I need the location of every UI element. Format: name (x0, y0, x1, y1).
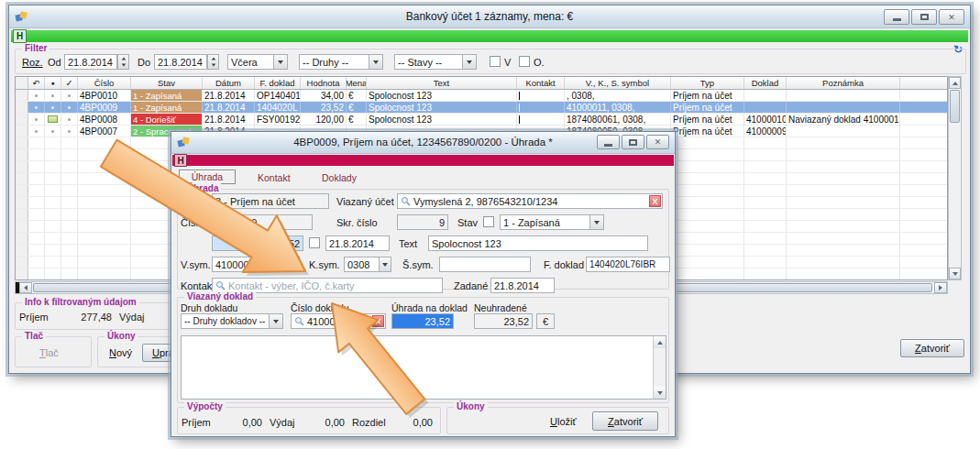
help-button[interactable]: H (13, 29, 27, 43)
close-icon[interactable]: ✕ (939, 9, 964, 25)
hodnota-field[interactable]: 23,52 (212, 235, 303, 251)
undo-icon[interactable]: ↶ (28, 77, 45, 89)
neuhradene-field[interactable]: 23,52 (474, 313, 533, 329)
minimize-icon[interactable] (884, 9, 909, 25)
dlg-rozdiel-label: Rozdiel (352, 417, 386, 428)
table-row-selected[interactable]: 4BP0009 1 - Zapísaná 21.8.2014 1404020L … (16, 102, 947, 114)
cislo-field[interactable]: 4BP0009 (212, 214, 313, 230)
flag-icon[interactable]: ● (45, 77, 61, 89)
header-text[interactable]: Text (367, 77, 517, 89)
help-button[interactable]: H (174, 154, 187, 167)
header-mena[interactable]: Mena (347, 77, 367, 89)
header-vks-symbol[interactable]: V., K., S. symbol (565, 77, 671, 89)
skr-cislo-field[interactable]: 9 (397, 214, 448, 230)
vertical-scrollbar[interactable] (948, 76, 962, 280)
dialog-titlebar[interactable]: 4BP0009, Príjem na účet, 1234567890/0200… (171, 132, 675, 154)
druh-field[interactable]: 3 - Príjem na účet (212, 193, 329, 209)
hodnota-checkbox[interactable] (309, 237, 320, 248)
chevron-down-icon[interactable] (273, 55, 287, 69)
header-stav[interactable]: Stav (131, 77, 203, 89)
header-cislo[interactable]: Číslo (78, 77, 131, 89)
desktop: Bankový účet 1 záznamy, mena: € ✕ H ↻ Fi… (0, 0, 980, 449)
chevron-down-icon[interactable] (269, 314, 282, 328)
header-datum[interactable]: Dátum (203, 77, 255, 89)
o-checkbox[interactable] (519, 56, 530, 67)
date-from-spinner[interactable] (117, 54, 129, 70)
header-doklad[interactable]: Doklad (744, 77, 787, 89)
scroll-left-icon[interactable] (19, 282, 32, 293)
kontakt-placeholder: Kontakt - výber, IČO, č.karty (228, 280, 355, 291)
ksym-select[interactable]: 0308 (344, 257, 391, 272)
kontakt-label: Kontakt (181, 280, 215, 291)
scroll-down-icon[interactable] (949, 268, 961, 279)
money-icon (48, 115, 58, 123)
clear-x-button[interactable]: X (649, 195, 661, 207)
preset-select[interactable]: Včera (227, 54, 288, 70)
stav-label: Stav (457, 217, 478, 228)
textarea-scrollbar[interactable] (653, 336, 666, 399)
scroll-right-icon[interactable] (934, 282, 947, 293)
cislo-dokladu-field[interactable]: 41000011 X (291, 313, 386, 329)
viazany-ucet-field[interactable]: Vymyslená 2, 9876543210/1234 X (397, 193, 663, 209)
check-icon[interactable]: ✓ (61, 77, 78, 89)
stav-checkbox[interactable] (483, 216, 494, 227)
chevron-down-icon[interactable] (369, 55, 382, 69)
detail-textarea[interactable] (181, 335, 666, 400)
text-field[interactable]: Spolocnost 123 (428, 235, 648, 251)
viazany-ucet-label: Viazaný účet (336, 196, 394, 207)
header-hodnota[interactable]: Hodnota (301, 77, 347, 89)
ssym-field[interactable] (439, 257, 531, 272)
chevron-down-icon[interactable] (589, 215, 603, 229)
date-to-spinner[interactable] (207, 54, 219, 70)
datum-field[interactable]: 21.8.2014 (325, 235, 390, 251)
maximize-icon[interactable] (622, 135, 644, 149)
viazany-doklad-group-label: Viazaný doklad (184, 291, 256, 301)
vscroll-thumb[interactable] (950, 90, 960, 123)
close-icon[interactable]: ✕ (646, 135, 669, 149)
header-poznamka[interactable]: Poznámka (787, 77, 900, 89)
ulozit-link[interactable]: Uložiť (550, 416, 577, 427)
tab-kontakt[interactable]: Kontakt (258, 172, 291, 183)
main-titlebar[interactable]: Bankový účet 1 záznamy, mena: € ✕ (9, 5, 970, 28)
status-badge: 1 - Zapísaná (131, 90, 203, 101)
scroll-up-icon[interactable] (654, 336, 666, 348)
text-label: Text (399, 238, 417, 249)
zatvorit-button[interactable]: Zatvoriť (900, 339, 964, 357)
table-row[interactable]: 4BP0010 1 - Zapísaná 21.8.2014 OP140401 … (16, 90, 947, 102)
date-to-input[interactable]: 21.8.2014 (154, 54, 207, 70)
currency-label: € (536, 313, 555, 329)
zadane-field[interactable]: 21.8.2014 (490, 278, 555, 293)
chevron-down-icon[interactable] (462, 55, 476, 69)
druh-dokladu-select[interactable]: -- Druhy dokladov -- (181, 313, 283, 329)
dialog-zatvorit-button[interactable]: Zatvoriť (592, 411, 658, 431)
roz-link[interactable]: Roz. (22, 57, 43, 68)
druhy-select[interactable]: -- Druhy -- (299, 54, 383, 70)
f-doklad-field[interactable]: 1404020L76IBR (586, 257, 670, 272)
tlac-button[interactable]: Tlač (39, 347, 59, 358)
uhrada-na-doklad-field[interactable]: 23,52 (391, 313, 454, 329)
v-checkbox[interactable] (490, 56, 501, 67)
header-f-doklad[interactable]: F. doklad (255, 77, 301, 89)
maximize-icon[interactable] (911, 9, 937, 25)
stavy-select[interactable]: -- Stavy -- (394, 54, 477, 70)
vypocty-group-label: Výpočty (184, 401, 226, 411)
header-typ[interactable]: Typ (671, 77, 744, 89)
novy-link[interactable]: Nový (109, 347, 132, 358)
chevron-down-icon[interactable] (379, 257, 391, 271)
dialog-ukony-group: Úkony Uložiť Zatvoriť (446, 407, 669, 434)
scroll-up-icon[interactable] (949, 77, 961, 89)
clear-x-button[interactable]: X (372, 315, 384, 327)
stav-select[interactable]: 1 - Zapísaná (500, 214, 604, 230)
table-row[interactable]: 4BP0008 4 - Doriešiť 21.8.2014 FSY00192 … (16, 114, 947, 126)
tab-doklady[interactable]: Doklady (322, 172, 357, 183)
date-from-input[interactable]: 21.8.2014 (64, 54, 117, 70)
uhrada-dialog: 4BP0009, Príjem na účet, 1234567890/0200… (171, 131, 676, 437)
vsym-field[interactable]: 41000011 (212, 257, 300, 272)
scroll-down-icon[interactable] (654, 387, 666, 399)
tab-uhrada[interactable]: Úhrada (179, 170, 236, 184)
header-selector[interactable] (16, 77, 28, 89)
dlg-vydaj-value: 0,00 (304, 417, 345, 428)
prijem-value: 277,48 (57, 312, 112, 323)
minimize-icon[interactable] (597, 135, 620, 149)
header-kontakt[interactable]: Kontakt (517, 77, 565, 89)
